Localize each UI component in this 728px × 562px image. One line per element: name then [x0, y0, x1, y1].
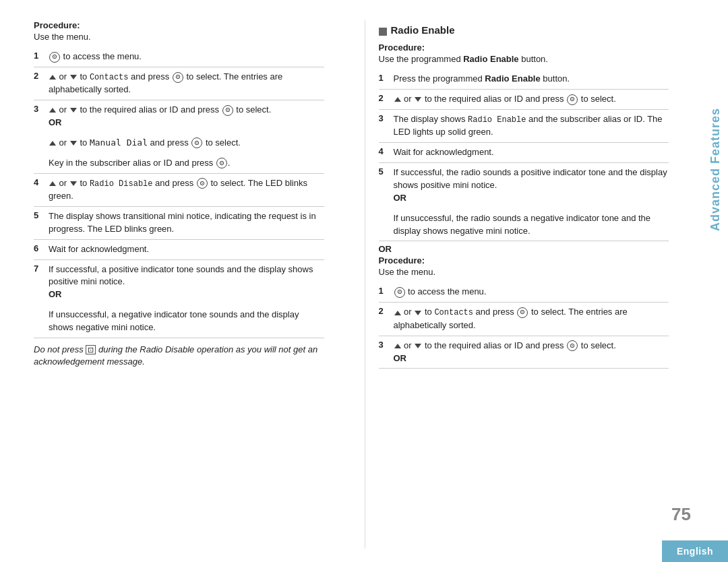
right-step-2: 2 or to the required alias or ID and pre… — [379, 90, 669, 110]
r-sub-step-5: If unsuccessful, the radio sounds a nega… — [379, 212, 669, 238]
arrow-down-icon — [70, 108, 77, 113]
r-step-text-5: If successful, the radio sounds a positi… — [394, 166, 669, 205]
menu-circle-icon: ⊙ — [49, 52, 60, 63]
sidebar-right: Advanced Features — [702, 0, 728, 562]
r-step-text-1: Press the programmed Radio Enable button… — [394, 73, 669, 86]
select-circle-icon: ⊙ — [567, 340, 578, 351]
page-number: 75 — [671, 504, 691, 525]
left-steps-list: 1 ⊙ to access the menu. 2 or to Contacts… — [34, 47, 324, 338]
italic-note: Do not press ⊡ during the Radio Disable … — [34, 344, 324, 368]
section-square-icon — [379, 28, 387, 36]
arrow-down-icon — [415, 97, 421, 102]
step-num-7: 7 — [34, 263, 43, 302]
sub-step-3b: Key in the subscriber alias or ID and pr… — [34, 157, 230, 170]
step-num-1: 1 — [34, 51, 43, 61]
s-step-text-3: or to the required alias or ID and press… — [394, 340, 669, 365]
right-step-3: 3 The display shows Radio Enable and the… — [379, 110, 669, 143]
right-step-4: 4 Wait for acknowledgment. — [379, 143, 669, 163]
left-step-5: 5 The display shows transitional mini no… — [34, 207, 324, 240]
r-step-text-4: Wait for acknowledgment. — [394, 146, 669, 159]
select-circle-icon: ⊙ — [197, 178, 208, 189]
select-circle-icon: ⊙ — [216, 158, 227, 168]
left-step-7: 7 If successful, a positive indicator to… — [34, 260, 324, 338]
arrow-down-icon — [70, 141, 77, 146]
r-step-num-1: 1 — [379, 73, 388, 83]
arrow-down-icon — [70, 181, 77, 186]
button-icon: ⊡ — [86, 345, 96, 354]
r-step-num-4: 4 — [379, 146, 388, 156]
step-text-7: If successful, a positive indicator tone… — [49, 263, 324, 302]
arrow-down-icon — [415, 311, 421, 315]
step-text-1: ⊙ to access the menu. — [49, 51, 324, 63]
s-step-num-1: 1 — [379, 286, 388, 296]
second-step-2: 2 or to Contacts and press ⊙ to select. … — [379, 303, 669, 336]
right-step-5: 5 If successful, the radio sounds a posi… — [379, 163, 669, 241]
or-text-s3: OR — [394, 353, 407, 363]
sub-step-3: or to Manual Dial and press ⊙ to select. — [34, 137, 241, 150]
advanced-features-label: Advanced Features — [708, 108, 723, 231]
or-text: OR — [49, 117, 62, 127]
radio-enable-bold-1: Radio Enable — [485, 73, 540, 84]
left-step-6: 6 Wait for acknowledgment. — [34, 240, 324, 260]
select-circle-icon: ⊙ — [173, 72, 183, 83]
right-procedure-intro: Use the programmed Radio Enable button. — [379, 54, 669, 64]
right-column: Radio Enable Procedure: Use the programm… — [365, 20, 669, 549]
right-procedure-label: Procedure: — [379, 42, 669, 53]
second-steps-list: 1 ⊙ to access the menu. 2 or to Contacts… — [379, 282, 669, 369]
left-step-2: 2 or to Contacts and press ⊙ to select. … — [34, 67, 324, 100]
select-circle-icon: ⊙ — [191, 137, 202, 148]
left-procedure-label: Procedure: — [34, 20, 324, 30]
sub-step-7: If unsuccessful, a negative indicator to… — [34, 309, 324, 334]
or-text-7: OR — [49, 289, 62, 299]
english-badge: English — [662, 540, 728, 562]
page-content: Procedure: Use the menu. 1 ⊙ to access t… — [0, 0, 728, 562]
select-circle-icon: ⊙ — [222, 105, 233, 116]
s-step-num-3: 3 — [379, 340, 388, 365]
r-step-num-3: 3 — [379, 113, 388, 123]
second-procedure-intro: Use the menu. — [379, 267, 669, 277]
left-procedure-intro: Use the menu. — [34, 32, 324, 42]
left-step-4: 4 or to Radio Disable and press ⊙ to sel… — [34, 174, 324, 207]
main-or-label: OR — [379, 244, 669, 254]
or-text-r5: OR — [394, 193, 407, 203]
step-text-4: or to Radio Disable and press ⊙ to selec… — [49, 177, 324, 203]
main-content: Procedure: Use the menu. 1 ⊙ to access t… — [0, 0, 702, 562]
radio-enable-title: Radio Enable — [391, 24, 455, 36]
arrow-down-icon — [70, 75, 77, 80]
step-num-5: 5 — [34, 210, 43, 220]
r-step-num-2: 2 — [379, 93, 388, 103]
step-num-6: 6 — [34, 243, 43, 253]
right-steps-list: 1 Press the programmed Radio Enable butt… — [379, 69, 669, 241]
r-step-text-3: The display shows Radio Enable and the s… — [394, 113, 669, 139]
r-step-text-2: or to the required alias or ID and press… — [394, 93, 669, 106]
arrow-up-icon — [394, 311, 401, 315]
second-procedure-label: Procedure: — [379, 255, 669, 266]
step-text-6: Wait for acknowledgment. — [49, 243, 324, 256]
radio-enable-section-header: Radio Enable — [379, 24, 669, 38]
arrow-up-icon — [394, 344, 401, 348]
s-step-num-2: 2 — [379, 306, 388, 316]
second-step-3: 3 or to the required alias or ID and pre… — [379, 336, 669, 369]
step-text-5: The display shows transitional mini noti… — [49, 210, 324, 236]
select-circle-icon: ⊙ — [567, 94, 578, 105]
radio-enable-bold: Radio Enable — [463, 54, 518, 64]
step-text-2: or to Contacts and press ⊙ to select. Th… — [49, 71, 324, 96]
second-step-1: 1 ⊙ to access the menu. — [379, 282, 669, 303]
step-text-3: or to the required alias or ID and press… — [49, 104, 324, 129]
step-num-4: 4 — [34, 177, 43, 187]
s-step-text-2: or to Contacts and press ⊙ to select. Th… — [394, 306, 669, 332]
select-circle-icon: ⊙ — [517, 307, 528, 318]
arrow-up-icon — [49, 181, 56, 186]
left-step-1: 1 ⊙ to access the menu. — [34, 47, 324, 67]
arrow-up-icon — [49, 75, 56, 80]
arrow-down-icon — [415, 344, 421, 348]
r-step-num-5: 5 — [379, 166, 388, 205]
s-step-text-1: ⊙ to access the menu. — [394, 286, 669, 299]
arrow-up-icon — [394, 97, 401, 102]
menu-circle-icon-2: ⊙ — [394, 287, 405, 298]
arrow-up-icon — [49, 108, 56, 113]
left-step-3: 3 or to the required alias or ID and pre… — [34, 100, 324, 173]
step-num-2: 2 — [34, 71, 43, 81]
step-num-3: 3 — [34, 104, 43, 129]
right-step-1: 1 Press the programmed Radio Enable butt… — [379, 69, 669, 90]
